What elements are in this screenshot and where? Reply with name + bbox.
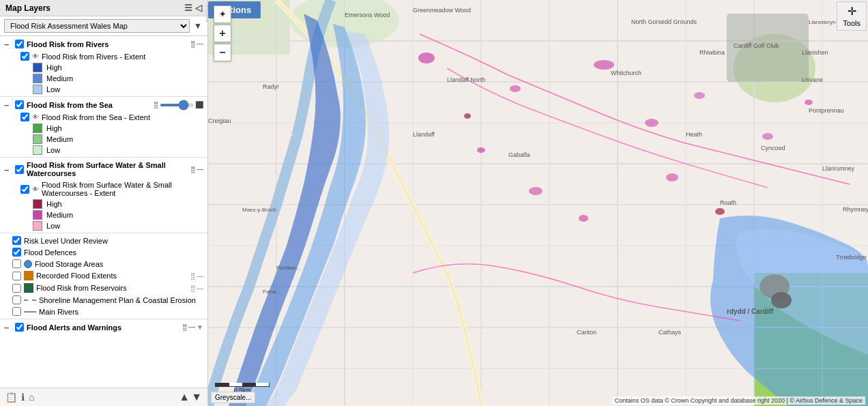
sidebar-menu-icon[interactable]: ☰: [184, 3, 192, 13]
map-controls: ✦ + −: [214, 5, 231, 61]
flood-alerts-collapse-btn[interactable]: –: [4, 323, 12, 332]
sea-extent-eye[interactable]: 👁: [32, 113, 39, 121]
zoom-in-button[interactable]: +: [214, 25, 231, 42]
rivers-drag-icon[interactable]: ⣿: [190, 40, 195, 48]
svg-point-31: [666, 173, 678, 182]
sidebar-nav-bottom: ▲ ▼: [179, 391, 202, 403]
sidebar-footer-left: 📋 ℹ ⌂: [5, 392, 34, 403]
compass-button[interactable]: ✦: [214, 5, 231, 23]
legend-rivers-medium: Medium: [0, 73, 207, 84]
surface-controls: ⣿ —: [190, 166, 203, 173]
scale-segment-3: [243, 383, 257, 386]
sea-high-label: High: [46, 124, 62, 132]
tools-label[interactable]: Tools: [843, 19, 860, 27]
flood-defences-checkbox[interactable]: [12, 248, 21, 257]
sea-drag-icon[interactable]: ⣿: [154, 101, 158, 108]
surface-extent-eye[interactable]: 👁: [32, 186, 39, 193]
flood-alerts-checkbox[interactable]: [15, 323, 24, 332]
layer-select[interactable]: Flood Risk Assessment Wales Map: [4, 19, 190, 33]
rivers-controls: ⣿ —: [190, 40, 203, 48]
rivers-checkbox[interactable]: [15, 40, 24, 48]
recorded-flood-checkbox[interactable]: [12, 272, 21, 280]
greyscale-button[interactable]: Greyscale...: [211, 392, 255, 403]
sea-low-label: Low: [46, 146, 60, 154]
main-rivers-label: Main Rivers: [39, 308, 78, 316]
scale-segment-2: [229, 383, 243, 386]
layer-select-collapse-btn[interactable]: ▼: [192, 21, 203, 31]
zoom-out-button[interactable]: −: [214, 44, 231, 61]
svg-point-27: [694, 92, 705, 99]
scale-segment-1: [216, 383, 229, 386]
surface-drag-icon[interactable]: ⣿: [190, 166, 195, 173]
sidebar-collapse-icon[interactable]: ◁: [195, 3, 202, 13]
svg-point-29: [529, 187, 542, 195]
recorded-flood-label: Recorded Flood Extents: [36, 272, 117, 280]
nav-up-arrow[interactable]: ▲: [179, 391, 190, 403]
layers-footer-icon[interactable]: 📋: [5, 392, 17, 403]
rivers-extent-eye[interactable]: 👁: [32, 53, 39, 60]
sea-slider-icon[interactable]: ⬛: [195, 101, 203, 108]
svg-point-26: [645, 119, 659, 127]
flood-alerts-drag[interactable]: ⣿: [182, 323, 187, 331]
rivers-medium-label: Medium: [46, 74, 73, 83]
layer-item-flood-defences: Flood Defences: [0, 246, 207, 258]
sea-collapse-btn[interactable]: –: [4, 100, 12, 109]
surface-medium-color: [33, 210, 42, 220]
rivers-extent-checkbox[interactable]: [20, 52, 29, 61]
surface-slider-icon[interactable]: —: [197, 166, 203, 173]
rivers-high-color: [33, 63, 42, 72]
info-footer-icon[interactable]: ℹ: [21, 392, 25, 403]
svg-text:Greenmeadow Wood: Greenmeadow Wood: [413, 7, 471, 14]
svg-text:Cardiff Golf Club: Cardiff Golf Club: [734, 42, 779, 49]
surface-high-label: High: [46, 200, 62, 208]
reservoirs-drag[interactable]: ⣿: [190, 285, 195, 292]
svg-point-25: [594, 60, 614, 70]
scale-segment-4: [256, 383, 269, 386]
svg-text:Llanederyn: Llanederyn: [809, 19, 836, 25]
flood-reservoirs-checkbox[interactable]: [12, 284, 21, 293]
risk-review-label: Risk Level Under Review: [24, 237, 108, 245]
reservoirs-slider[interactable]: —: [197, 285, 203, 292]
shoreline-checkbox[interactable]: [12, 295, 21, 304]
flood-reservoirs-icon: [24, 283, 33, 293]
surface-low-color: [33, 221, 42, 231]
nav-down-arrow[interactable]: ▼: [191, 391, 202, 403]
flood-reservoirs-label: Flood Risk from Reservoirs: [36, 284, 127, 292]
layer-group-flood-alerts-header: – Flood Alerts and Warnings ⣿ — ▼: [0, 321, 207, 334]
main-rivers-icon: [24, 311, 36, 313]
legend-surface-high: High: [0, 199, 207, 209]
flood-storage-checkbox[interactable]: [12, 259, 21, 268]
map-area[interactable]: Emersons Wood Greenmeadow Wood North Gor…: [208, 0, 868, 406]
main-rivers-checkbox[interactable]: [12, 307, 21, 316]
tools-icon: ✛: [848, 5, 856, 18]
svg-text:Emersons Wood: Emersons Wood: [345, 12, 390, 18]
sea-extent-label: Flood Risk from the Sea - Extent: [42, 113, 150, 121]
rivers-collapse-btn[interactable]: –: [4, 40, 12, 48]
home-footer-icon[interactable]: ⌂: [29, 392, 34, 403]
risk-review-checkbox[interactable]: [12, 236, 21, 245]
layer-select-row: Flood Risk Assessment Wales Map ▼: [0, 16, 207, 36]
layer-item-main-rivers: Main Rivers: [0, 306, 207, 317]
surface-medium-label: Medium: [46, 211, 73, 219]
flood-defences-label: Flood Defences: [24, 248, 76, 257]
surface-label: Flood Risk from Surface Water & Small Wa…: [27, 161, 188, 177]
surface-checkbox[interactable]: [15, 165, 24, 174]
recorded-flood-slider[interactable]: —: [197, 272, 203, 280]
sea-checkbox[interactable]: [15, 100, 24, 109]
recorded-flood-drag[interactable]: ⣿: [190, 272, 195, 280]
flood-alerts-controls: ⣿ — ▼: [182, 323, 203, 331]
surface-collapse-btn[interactable]: –: [4, 165, 12, 174]
flood-alerts-slider[interactable]: —: [188, 323, 195, 331]
svg-text:Creigiau: Creigiau: [208, 117, 231, 124]
flood-alerts-down[interactable]: ▼: [197, 323, 203, 331]
surface-extent-checkbox[interactable]: [20, 185, 29, 194]
svg-point-28: [477, 147, 485, 153]
rivers-extent-label: Flood Risk from Rivers - Extent: [42, 53, 145, 61]
sea-opacity-slider[interactable]: [160, 104, 194, 106]
sea-extent-checkbox[interactable]: [20, 113, 29, 121]
rivers-slider-icon[interactable]: —: [197, 40, 203, 48]
rivers-medium-color: [33, 74, 42, 83]
legend-rivers-low: Low: [0, 84, 207, 95]
legend-sea-low: Low: [0, 145, 207, 156]
layer-item-shoreline: Shoreline Management Plan & Coastal Eros…: [0, 294, 207, 306]
